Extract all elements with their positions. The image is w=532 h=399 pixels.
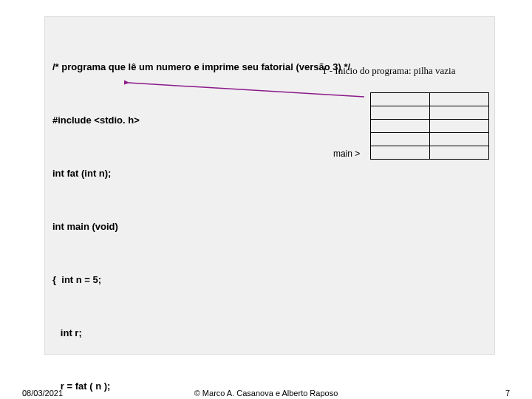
stack-cell bbox=[430, 93, 489, 106]
stack-main-label: main > bbox=[333, 149, 360, 159]
stack-cell bbox=[430, 120, 489, 133]
slide-body: /* programa que lê um numero e imprime s… bbox=[44, 16, 495, 355]
code-line: { int n = 5; bbox=[52, 271, 350, 289]
code-line: int r; bbox=[52, 324, 350, 342]
code-block: /* programa que lê um numero e imprime s… bbox=[52, 23, 350, 399]
stack-cell bbox=[371, 133, 430, 146]
stack-table bbox=[370, 92, 489, 160]
code-line: int main (void) bbox=[52, 218, 350, 236]
footer-page-number: 7 bbox=[505, 389, 510, 398]
stack-cell bbox=[371, 93, 430, 106]
stack-cell bbox=[430, 106, 489, 120]
code-line: #include <stdio. h> bbox=[52, 112, 350, 129]
stack-cell bbox=[371, 120, 430, 133]
stack-cell bbox=[371, 146, 430, 160]
stack-title: 1 - Inicio do programa: pilha vazia bbox=[322, 65, 456, 77]
stack-cell bbox=[430, 146, 489, 160]
code-line: /* programa que lê um numero e imprime s… bbox=[52, 58, 350, 76]
footer-copyright: © Marco A. Casanova e Alberto Raposo bbox=[0, 389, 532, 398]
code-line: int fat (int n); bbox=[52, 165, 350, 183]
stack-cell bbox=[430, 133, 489, 146]
stack-cell bbox=[371, 106, 430, 120]
